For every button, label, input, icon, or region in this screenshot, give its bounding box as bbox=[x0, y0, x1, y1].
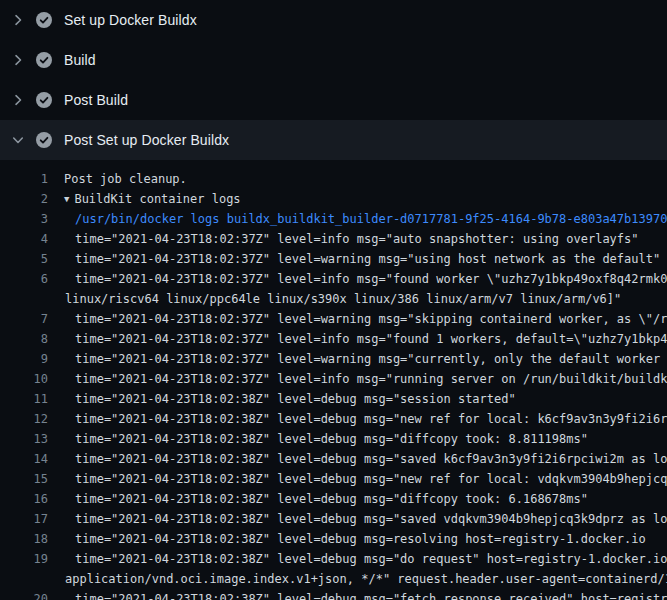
log-line-text: linux/riscv64 linux/ppc64le linux/s390x … bbox=[48, 289, 621, 309]
log-row: 3 /usr/bin/docker logs buildx_buildkit_b… bbox=[0, 209, 667, 229]
log-row: 4 time="2021-04-23T18:02:37Z" level=info… bbox=[0, 229, 667, 249]
step-header-post-set-up-docker-buildx[interactable]: Post Set up Docker Buildx bbox=[0, 120, 667, 160]
check-circle-icon bbox=[36, 12, 52, 28]
log-group-toggle[interactable]: ▼BuildKit container logs bbox=[48, 189, 241, 209]
log-line-number[interactable]: 10 bbox=[0, 369, 48, 389]
log-line-number[interactable]: 19 bbox=[0, 549, 48, 569]
log-line-text: time="2021-04-23T18:02:38Z" level=debug … bbox=[48, 409, 667, 429]
log-line-number[interactable]: 3 bbox=[0, 209, 48, 229]
step-label: Post Set up Docker Buildx bbox=[64, 132, 229, 148]
log-row: 5 time="2021-04-23T18:02:37Z" level=warn… bbox=[0, 249, 667, 269]
log-row: 15 time="2021-04-23T18:02:38Z" level=deb… bbox=[0, 469, 667, 489]
log-line-number bbox=[0, 569, 48, 589]
log-line-number[interactable]: 18 bbox=[0, 529, 48, 549]
chevron-icon[interactable] bbox=[10, 52, 26, 68]
step-header-build[interactable]: Build bbox=[0, 40, 667, 80]
log-row: 10 time="2021-04-23T18:02:37Z" level=inf… bbox=[0, 369, 667, 389]
log-row: 13 time="2021-04-23T18:02:38Z" level=deb… bbox=[0, 429, 667, 449]
log-row: application/vnd.oci.image.index.v1+json,… bbox=[0, 569, 667, 589]
log-line-number[interactable]: 5 bbox=[0, 249, 48, 269]
actions-log-panel: Set up Docker Buildx Build P bbox=[0, 0, 667, 600]
log-row: 17 time="2021-04-23T18:02:38Z" level=deb… bbox=[0, 509, 667, 529]
log-line-number[interactable]: 14 bbox=[0, 449, 48, 469]
step-label: Set up Docker Buildx bbox=[64, 12, 197, 28]
log-line-text: time="2021-04-23T18:02:37Z" level=info m… bbox=[48, 369, 667, 389]
log-line-text: time="2021-04-23T18:02:38Z" level=debug … bbox=[48, 549, 667, 569]
log-row: 1 Post job cleanup. bbox=[0, 169, 667, 189]
step-header-post-build[interactable]: Post Build bbox=[0, 80, 667, 120]
log-line-number[interactable]: 8 bbox=[0, 329, 48, 349]
chevron-icon[interactable] bbox=[10, 132, 26, 148]
log-line-text: time="2021-04-23T18:02:37Z" level=info m… bbox=[48, 269, 667, 289]
log-line-text: time="2021-04-23T18:02:38Z" level=debug … bbox=[48, 389, 516, 409]
check-circle-icon bbox=[36, 92, 52, 108]
log-line-number[interactable]: 4 bbox=[0, 229, 48, 249]
log-line-text: time="2021-04-23T18:02:37Z" level=warnin… bbox=[48, 309, 667, 329]
log-line-text: time="2021-04-23T18:02:38Z" level=debug … bbox=[48, 449, 667, 469]
log-row: linux/riscv64 linux/ppc64le linux/s390x … bbox=[0, 289, 667, 309]
log-line-text: time="2021-04-23T18:02:38Z" level=debug … bbox=[48, 509, 667, 529]
log-line-number[interactable]: 1 bbox=[0, 169, 48, 189]
log-row: 11 time="2021-04-23T18:02:38Z" level=deb… bbox=[0, 389, 667, 409]
log-row: 16 time="2021-04-23T18:02:38Z" level=deb… bbox=[0, 489, 667, 509]
log-line-number[interactable]: 11 bbox=[0, 389, 48, 409]
log-line-number[interactable]: 7 bbox=[0, 309, 48, 329]
log-row: 8 time="2021-04-23T18:02:37Z" level=info… bbox=[0, 329, 667, 349]
log-group-label: BuildKit container logs bbox=[74, 192, 240, 206]
log-line-text: time="2021-04-23T18:02:38Z" level=debug … bbox=[48, 429, 588, 449]
step-label: Post Build bbox=[64, 92, 128, 108]
step-label: Build bbox=[64, 52, 96, 68]
log-row: 9 time="2021-04-23T18:02:37Z" level=warn… bbox=[0, 349, 667, 369]
log-row: 20 time="2021-04-23T18:02:38Z" level=deb… bbox=[0, 589, 667, 600]
log-line-number[interactable]: 20 bbox=[0, 589, 48, 600]
log-row: 14 time="2021-04-23T18:02:38Z" level=deb… bbox=[0, 449, 667, 469]
log-line-text: time="2021-04-23T18:02:37Z" level=warnin… bbox=[48, 249, 660, 269]
log-line-text: time="2021-04-23T18:02:38Z" level=debug … bbox=[48, 589, 667, 600]
log-command-text: /usr/bin/docker logs buildx_buildkit_bui… bbox=[48, 209, 667, 229]
log-line-number[interactable]: 15 bbox=[0, 469, 48, 489]
log-line-text: time="2021-04-23T18:02:37Z" level=warnin… bbox=[48, 349, 667, 369]
step-header-set-up-docker-buildx[interactable]: Set up Docker Buildx bbox=[0, 0, 667, 40]
chevron-icon[interactable] bbox=[10, 92, 26, 108]
log-line-text: time="2021-04-23T18:02:38Z" level=debug … bbox=[48, 489, 588, 509]
log-row: 6 time="2021-04-23T18:02:37Z" level=info… bbox=[0, 269, 667, 289]
chevron-icon[interactable] bbox=[10, 12, 26, 28]
log-line-text: time="2021-04-23T18:02:37Z" level=info m… bbox=[48, 329, 667, 349]
group-expanded-triangle-icon: ▼ bbox=[64, 189, 69, 209]
log-line-number[interactable]: 13 bbox=[0, 429, 48, 449]
check-circle-icon bbox=[36, 132, 52, 148]
log-line-text: time="2021-04-23T18:02:38Z" level=debug … bbox=[48, 529, 646, 549]
steps-list: Set up Docker Buildx Build P bbox=[0, 0, 667, 160]
log-row: 18 time="2021-04-23T18:02:38Z" level=deb… bbox=[0, 529, 667, 549]
log-viewer: 1 Post job cleanup. 2 ▼BuildKit containe… bbox=[0, 160, 667, 600]
log-line-text: time="2021-04-23T18:02:38Z" level=debug … bbox=[48, 469, 667, 489]
log-row: 7 time="2021-04-23T18:02:37Z" level=warn… bbox=[0, 309, 667, 329]
check-circle-icon bbox=[36, 52, 52, 68]
log-line-number bbox=[0, 289, 48, 309]
log-line-number[interactable]: 16 bbox=[0, 489, 48, 509]
log-line-text: application/vnd.oci.image.index.v1+json,… bbox=[48, 569, 667, 589]
log-line-number[interactable]: 6 bbox=[0, 269, 48, 289]
log-row: 19 time="2021-04-23T18:02:38Z" level=deb… bbox=[0, 549, 667, 569]
log-line-number[interactable]: 2 bbox=[0, 189, 48, 209]
log-line-text: Post job cleanup. bbox=[48, 169, 187, 189]
log-row: 2 ▼BuildKit container logs bbox=[0, 189, 667, 209]
log-line-number[interactable]: 17 bbox=[0, 509, 48, 529]
log-line-text: time="2021-04-23T18:02:37Z" level=info m… bbox=[48, 229, 639, 249]
log-line-number[interactable]: 9 bbox=[0, 349, 48, 369]
log-line-number[interactable]: 12 bbox=[0, 409, 48, 429]
log-row: 12 time="2021-04-23T18:02:38Z" level=deb… bbox=[0, 409, 667, 429]
